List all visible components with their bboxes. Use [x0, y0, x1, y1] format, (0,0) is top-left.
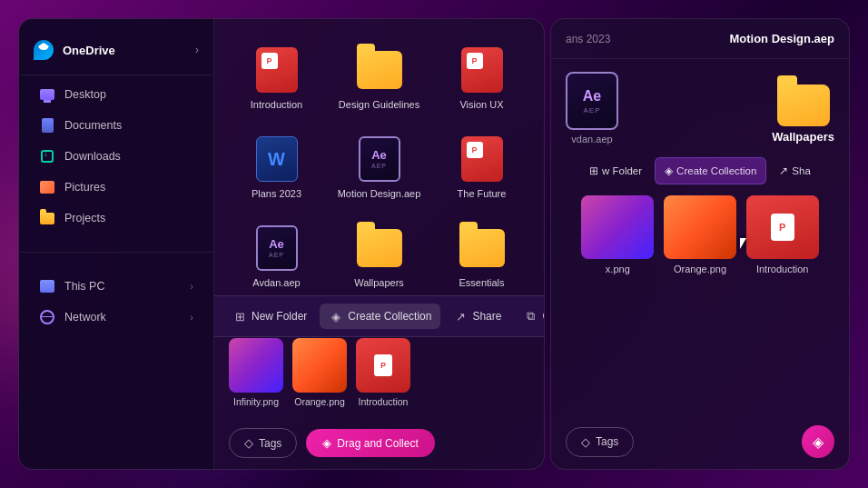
mini-file-intro[interactable]: P Introduction — [356, 338, 410, 407]
share-icon: ↗ — [453, 309, 468, 324]
file-item-motion-design[interactable]: Ae AEP Motion Design.aep — [331, 126, 427, 208]
file-item-wallpapers[interactable]: Wallpapers — [331, 215, 427, 297]
sidebar-item-this-pc[interactable]: This PC › — [25, 271, 208, 302]
share-button[interactable]: ↗ Share — [444, 304, 510, 329]
orange-thumbnail — [292, 338, 347, 393]
right-file-orange-png[interactable]: Orange.png — [663, 195, 738, 274]
network-icon — [39, 309, 55, 325]
file-label: Motion Design.aep — [338, 188, 421, 199]
folder-tab — [777, 75, 797, 85]
sidebar-item-projects[interactable]: Projects — [25, 203, 208, 234]
copy-button[interactable]: ⧉ Copy — [514, 304, 545, 329]
file-item-the-future[interactable]: P The Future — [434, 126, 529, 208]
sidebar-item-arrow-2: › — [190, 312, 193, 323]
file-label: Wallpapers — [354, 277, 404, 288]
word-icon: W — [256, 136, 298, 182]
mini-file-infinity[interactable]: Infinity.png — [229, 338, 283, 407]
right-file-x-png[interactable]: x.png — [580, 195, 656, 274]
file-item-design-guidelines[interactable]: Design Guidelines — [331, 37, 427, 119]
pictures-icon — [39, 179, 55, 195]
right-file-introduction[interactable]: P Introduction — [745, 195, 820, 274]
word-letter: W — [268, 149, 285, 170]
copy-icon: ⧉ — [523, 309, 538, 324]
sidebar-item-pictures[interactable]: Pictures — [25, 172, 208, 203]
ae-text: Ae — [583, 88, 601, 105]
right-tags-button[interactable]: ◇ Tags — [566, 427, 634, 457]
drag-collect-button[interactable]: ◈ Drag and Collect — [306, 429, 434, 457]
ae-icon: Ae AEP — [359, 136, 400, 182]
sidebar-divider-2 — [19, 252, 213, 253]
file-item-essentials[interactable]: Essentials — [434, 215, 529, 297]
folder-name: Wallpapers — [772, 130, 834, 144]
drag-collect-icon: ◈ — [322, 436, 331, 450]
file-icon-wrapper: Ae AEP — [253, 224, 301, 272]
documents-icon — [39, 117, 55, 134]
sidebar-item-desktop[interactable]: Desktop — [25, 79, 208, 110]
right-new-folder-label: w Folder — [602, 165, 642, 176]
sidebar-item-network[interactable]: Network › — [25, 302, 208, 333]
sidebar-item-documents[interactable]: Documents — [25, 110, 208, 141]
file-item-vision-ux[interactable]: P Vision UX — [434, 37, 529, 119]
file-label: Essentials — [459, 277, 504, 288]
ae-icon: Ae AEP — [256, 225, 298, 271]
mini-thumb-orange — [292, 338, 347, 393]
right-collect-button[interactable]: ◈ — [802, 425, 834, 458]
tags-button[interactable]: ◇ Tags — [229, 428, 297, 458]
ae-file-label: vdan.aep — [571, 134, 612, 144]
sidebar-item-label: Projects — [64, 212, 105, 224]
right-panel: ans 2023 Motion Design.aep Ae AEP vdan.a… — [550, 18, 850, 470]
file-item-plans-2023[interactable]: W Plans 2023 — [229, 126, 324, 208]
right-share-button[interactable]: ↗ Sha — [770, 157, 819, 184]
sidebar-title: OneDrive — [63, 44, 186, 57]
sidebar-header: OneDrive › — [19, 33, 213, 71]
ae-sub: AEP — [583, 106, 600, 115]
right-new-folder-button[interactable]: ⊞ w Folder — [580, 157, 651, 184]
file-label: Vision UX — [459, 99, 503, 110]
mini-file-orange[interactable]: Orange.png — [292, 338, 347, 407]
files-grid: P Introduction Design Guidelines P Visio… — [229, 37, 529, 297]
sidebar-item-downloads[interactable]: Downloads — [25, 141, 208, 172]
pdf-badge: P — [467, 53, 483, 69]
right-thumb-pdf: P — [746, 195, 819, 259]
right-tags-label: Tags — [596, 435, 618, 448]
folder-icon — [357, 51, 402, 89]
new-folder-button[interactable]: ⊞ New Folder — [223, 304, 316, 329]
right-breadcrumb: ans 2023 — [566, 33, 610, 45]
new-folder-label: New Folder — [252, 310, 307, 323]
file-item-introduction[interactable]: P Introduction — [229, 37, 324, 119]
file-item-avdan-aep[interactable]: Ae AEP Avdan.aep — [229, 215, 324, 297]
ae-text: Ae — [269, 238, 284, 250]
pdf-icon: P — [461, 47, 503, 93]
infinity-thumbnail — [229, 338, 283, 393]
right-header: ans 2023 Motion Design.aep — [551, 19, 849, 59]
right-thumb-orange — [664, 195, 736, 259]
ae-sub: AEP — [269, 252, 284, 258]
create-collection-label: Create Collection — [348, 310, 431, 323]
right-files-grid: x.png Orange.png P Introduction — [566, 195, 834, 274]
sidebar-arrow: › — [195, 44, 199, 56]
tag-diamond-icon: ◇ — [244, 436, 253, 450]
file-label: The Future — [458, 188, 507, 199]
new-folder-icon: ⊞ — [232, 309, 247, 324]
pink-thumbnail — [581, 195, 654, 259]
right-title: Motion Design.aep — [729, 32, 834, 45]
right-file-label: Orange.png — [674, 264, 726, 274]
file-label: Introduction — [251, 99, 302, 110]
pdf-badge: P — [261, 53, 278, 69]
create-collection-button[interactable]: ◈ Create Collection — [320, 304, 440, 329]
right-new-folder-icon: ⊞ — [589, 164, 598, 177]
mini-thumb-infinity — [229, 338, 283, 393]
right-thumb-purple — [581, 195, 654, 259]
pdf-badge: P — [467, 142, 483, 158]
mini-thumb-pdf: P — [356, 338, 410, 393]
folder-icon — [39, 210, 55, 226]
right-ae-item: Ae AEP vdan.aep — [566, 72, 618, 144]
right-create-collection-button[interactable]: ◈ Create Collection — [655, 157, 766, 184]
tags-label: Tags — [259, 437, 281, 450]
right-folder-preview: Ae AEP vdan.aep Wallpapers — [566, 72, 834, 144]
folder-body — [777, 85, 830, 126]
right-collect-icon: ◈ — [813, 433, 824, 451]
sidebar: OneDrive › Desktop Documents Downloads — [19, 19, 214, 469]
file-label: Design Guidelines — [339, 99, 419, 110]
pdf-icon: P — [461, 136, 503, 182]
